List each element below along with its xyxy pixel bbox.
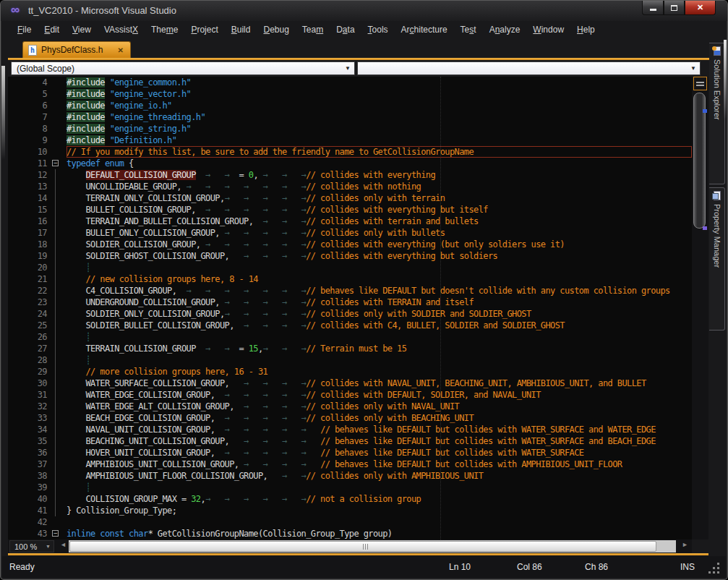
menu-architecture[interactable]: Architecture bbox=[395, 22, 454, 37]
code-line[interactable]: 36 HOVER_UNIT_COLLISION_GROUP, → → → → →… bbox=[8, 447, 692, 459]
menu-theme[interactable]: Theme bbox=[145, 22, 184, 37]
code-line[interactable]: 15 BULLET_COLLISION_GROUP, → → → → → →//… bbox=[8, 204, 692, 216]
menu-vassistx[interactable]: VAssistX bbox=[98, 22, 145, 37]
code-text: HOVER_UNIT_COLLISION_GROUP, → → → → → //… bbox=[67, 447, 692, 459]
code-line[interactable]: 22 C4_COLLISION_GROUP, → → → → → → →// b… bbox=[8, 285, 692, 297]
menu-data[interactable]: Data bbox=[330, 22, 361, 37]
code-line[interactable]: 40 COLLISION_GROUP_MAX = 32,→ → → → → →/… bbox=[8, 493, 692, 505]
menu-analyze[interactable]: Analyze bbox=[483, 22, 527, 37]
menu-project[interactable]: Project bbox=[184, 22, 224, 37]
sidebar-tab-solution-explorer[interactable]: Solution Explorer bbox=[709, 43, 725, 184]
vertical-scrollbar-thumb[interactable] bbox=[693, 93, 706, 229]
tab-physdefclass[interactable]: h PhysDefClass.h ✕ bbox=[22, 41, 131, 58]
code-line[interactable]: 41} Collision_Group_Type; bbox=[8, 505, 692, 516]
code-line[interactable]: 33 BEACH_EDGE_COLLISION_GROUP, → → → → →… bbox=[8, 412, 692, 424]
member-dropdown[interactable]: ▼ bbox=[357, 61, 701, 75]
line-number: 16 bbox=[8, 216, 49, 227]
fold-margin bbox=[49, 111, 67, 123]
code-line[interactable]: 27 TERRAIN_COLLISION_GROUP → → = 15,→ → … bbox=[8, 343, 692, 354]
fold-margin bbox=[49, 227, 67, 239]
fold-margin bbox=[49, 239, 67, 250]
code-text: BULLET_COLLISION_GROUP, → → → → → →// co… bbox=[67, 204, 692, 216]
code-line[interactable]: 17 BULLET_ONLY_COLLISION_GROUP, → → → → … bbox=[8, 227, 692, 239]
code-line[interactable]: 31 WATER_EDGE_COLLISION_GROUP, → → → → →… bbox=[8, 389, 692, 401]
sidebar-tab-property-manager[interactable]: Property Manager bbox=[709, 187, 725, 330]
code-text: ┊ bbox=[67, 354, 692, 366]
collapse-minus-icon[interactable]: − bbox=[52, 530, 59, 537]
fold-toggle[interactable]: − bbox=[49, 158, 67, 169]
scroll-left-icon[interactable]: ◄ bbox=[60, 541, 67, 548]
code-line[interactable]: 5#include "engine_vector.h" bbox=[8, 88, 692, 100]
code-line[interactable]: 19 SOLDIER_GHOST_COLLISION_GROUP, → → → … bbox=[8, 250, 692, 262]
code-line[interactable]: 8#include "engine_string.h" bbox=[8, 123, 692, 135]
code-text: WATER_EDGE_ALT_COLLISION_GROUP, → → → →/… bbox=[67, 401, 692, 412]
code-text: #include "Definition.h" bbox=[67, 135, 692, 146]
fold-margin bbox=[49, 424, 67, 435]
restore-icon bbox=[671, 5, 677, 11]
code-line[interactable]: 29 // more collision groups here, 16 - 3… bbox=[8, 366, 692, 378]
code-line[interactable]: 13 UNCOLLIDEABLE_GROUP, → → → → → → →// … bbox=[8, 181, 692, 192]
collapse-minus-icon[interactable]: − bbox=[52, 160, 59, 166]
code-line[interactable]: 14 TERRAIN_ONLY_COLLISION_GROUP,→ → → → … bbox=[8, 192, 692, 204]
code-line[interactable]: 6#include "engine_io.h" bbox=[8, 100, 692, 111]
menu-view[interactable]: View bbox=[66, 22, 98, 37]
code-line[interactable]: 11−typedef enum { bbox=[8, 158, 692, 169]
code-line[interactable]: 21 // new collision groups here, 8 - 14 bbox=[8, 273, 692, 285]
code-line[interactable]: 32 WATER_EDGE_ALT_COLLISION_GROUP, → → →… bbox=[8, 401, 692, 412]
code-line[interactable]: 28 ┊ bbox=[8, 354, 692, 366]
code-line[interactable]: 20 ┊ bbox=[8, 262, 692, 273]
code-line[interactable]: 24 SOLDIER_ONLY_COLLISION_GROUP,→ → → → … bbox=[8, 308, 692, 320]
code-line[interactable]: 18 SOLDIER_COLLISION_GROUP, → → → → → →/… bbox=[8, 239, 692, 250]
line-number: 31 bbox=[8, 389, 49, 401]
scroll-right-icon[interactable]: ► bbox=[682, 541, 688, 548]
menu-edit[interactable]: Edit bbox=[38, 22, 66, 37]
code-line[interactable]: 35 BEACHING_UNIT_COLLISION_GROUP, → → → … bbox=[8, 435, 692, 447]
code-editor[interactable]: 4#include "engine_common.h"5#include "en… bbox=[8, 77, 692, 540]
code-line[interactable]: 16 TERRAIN_AND_BULLET_COLLISION_GROUP, →… bbox=[8, 216, 692, 227]
menu-test[interactable]: Test bbox=[454, 22, 483, 37]
code-text: COLLISION_GROUP_MAX = 32,→ → → → → →// n… bbox=[67, 493, 692, 505]
code-line[interactable]: 4#include "engine_common.h" bbox=[8, 77, 692, 88]
menu-debug[interactable]: Debug bbox=[257, 22, 295, 37]
code-line[interactable]: 7#include "engine_threading.h" bbox=[8, 111, 692, 123]
menu-tools[interactable]: Tools bbox=[361, 22, 395, 37]
code-line[interactable]: 42 bbox=[8, 516, 692, 528]
vertical-scrollbar[interactable] bbox=[692, 77, 708, 540]
menu-help[interactable]: Help bbox=[570, 22, 601, 37]
horizontal-scrollbar-track[interactable] bbox=[69, 540, 676, 553]
restore-button[interactable] bbox=[664, 1, 685, 15]
horizontal-scrollbar-thumb[interactable] bbox=[69, 541, 656, 552]
code-text: UNDERGROUND_COLLISION_GROUP, → → → → →//… bbox=[67, 297, 692, 308]
resize-grip[interactable] bbox=[708, 563, 720, 574]
code-line[interactable]: 26 ┊ bbox=[8, 331, 692, 343]
splitter-handle[interactable] bbox=[693, 77, 707, 90]
code-line[interactable]: 34 NAVAL_UNIT_COLLISION_GROUP, → → → → →… bbox=[8, 424, 692, 435]
code-line[interactable]: 38 AMPHIBIOUS_UNIT_FLOOR_COLLISION_GROUP… bbox=[8, 470, 692, 482]
fold-margin bbox=[49, 401, 67, 412]
minimize-button[interactable] bbox=[642, 1, 664, 15]
code-line[interactable]: 39 ┊ bbox=[8, 482, 692, 493]
menu-file[interactable]: File bbox=[11, 22, 38, 37]
tab-close-icon[interactable]: ✕ bbox=[116, 46, 125, 54]
fold-margin bbox=[49, 204, 67, 216]
title-bar[interactable]: ∞ tt_VC2010 - Microsoft Visual Studio ✕ bbox=[1, 1, 727, 21]
code-line[interactable]: 9#include "Definition.h" bbox=[8, 135, 692, 146]
scope-dropdown[interactable]: (Global Scope) ▼ bbox=[11, 61, 355, 75]
menu-build[interactable]: Build bbox=[225, 22, 257, 37]
code-line[interactable]: 23 UNDERGROUND_COLLISION_GROUP, → → → → … bbox=[8, 297, 692, 308]
fold-toggle[interactable]: − bbox=[49, 528, 67, 540]
fold-margin bbox=[49, 378, 67, 389]
code-line[interactable]: 10// If you modify this list, be sure to… bbox=[8, 146, 692, 158]
zoom-dropdown[interactable]: 100 % ▼ bbox=[9, 540, 54, 553]
code-line[interactable]: 37 AMPHIBIOUS_UNIT_COLLISION_GROUP, → → … bbox=[8, 459, 692, 470]
menu-window[interactable]: Window bbox=[526, 22, 570, 37]
close-button[interactable]: ✕ bbox=[685, 1, 716, 15]
code-line[interactable]: 12 DEFAULT_COLLISION_GROUP → → = 0, → → … bbox=[8, 169, 692, 181]
fold-margin bbox=[49, 435, 67, 447]
document-tab-row: h PhysDefClass.h ✕ ▼ bbox=[8, 40, 710, 58]
code-line[interactable]: 43−inline const char* GetCollisionGroupN… bbox=[8, 528, 692, 540]
menu-team[interactable]: Team bbox=[296, 22, 330, 37]
code-line[interactable]: 30 WATER_SURFACE_COLLISION_GROUP, → → → … bbox=[8, 378, 692, 389]
code-line[interactable]: 25 SOLDIER_BULLET_COLLISION_GROUP, → → →… bbox=[8, 320, 692, 331]
code-text: #include "engine_io.h" bbox=[67, 100, 692, 111]
